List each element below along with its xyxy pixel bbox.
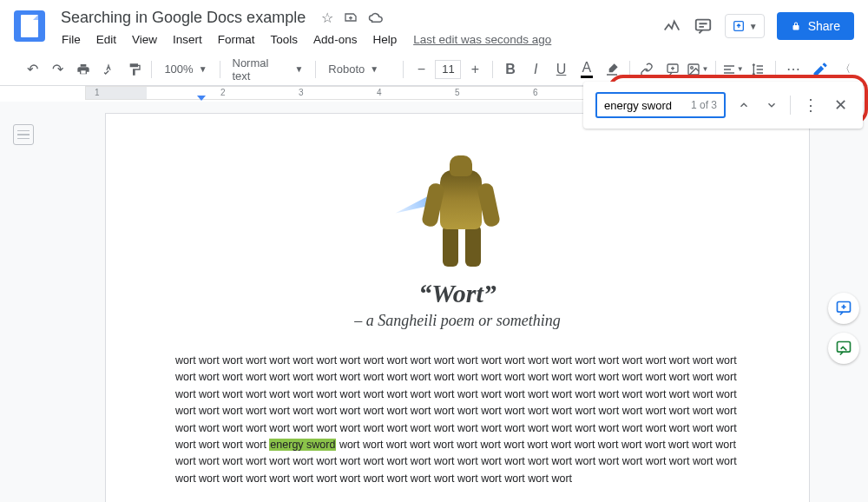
menubar: File Edit View Insert Format Tools Add-o… xyxy=(56,30,662,50)
find-next-icon[interactable] xyxy=(762,97,781,113)
font-dropdown[interactable]: Roboto▼ xyxy=(321,57,398,82)
menu-addons[interactable]: Add-ons xyxy=(307,30,363,50)
move-icon[interactable] xyxy=(344,10,358,24)
editing-mode-icon[interactable] xyxy=(808,57,832,82)
indent-marker[interactable] xyxy=(197,96,206,101)
font-size-increase[interactable]: + xyxy=(463,57,487,82)
insert-image-icon[interactable]: ▼ xyxy=(686,57,709,82)
undo-icon[interactable]: ↶ xyxy=(21,57,44,82)
bold-icon[interactable]: B xyxy=(498,57,522,82)
cloud-status-icon[interactable] xyxy=(368,11,384,23)
text-color-icon[interactable]: A xyxy=(575,57,598,82)
menu-help[interactable]: Help xyxy=(366,30,403,50)
align-icon[interactable]: ▼ xyxy=(721,57,745,82)
last-edit-link[interactable]: Last edit was seconds ago xyxy=(413,33,551,46)
find-close-icon[interactable]: ✕ xyxy=(831,94,851,116)
highlight-color-icon[interactable] xyxy=(600,57,623,82)
doc-title[interactable]: Searching in Google Docs example xyxy=(56,7,311,29)
paint-format-icon[interactable] xyxy=(122,57,146,82)
menu-file[interactable]: File xyxy=(56,30,87,50)
present-button[interactable]: ▼ xyxy=(725,14,765,38)
docs-logo[interactable] xyxy=(14,10,45,42)
menu-edit[interactable]: Edit xyxy=(90,30,122,50)
outline-toggle-icon[interactable] xyxy=(13,124,34,145)
document-page[interactable]: “Wort” – a Sangheili poem or something w… xyxy=(106,114,809,502)
redo-icon[interactable]: ↷ xyxy=(46,57,69,82)
suggest-edits-float-button[interactable] xyxy=(828,333,859,364)
poem-title[interactable]: “Wort” xyxy=(175,279,740,308)
poem-subtitle[interactable]: – a Sangheili poem or something xyxy=(175,312,740,330)
more-icon[interactable]: ⋯ xyxy=(781,57,805,82)
italic-icon[interactable]: I xyxy=(524,57,548,82)
line-spacing-icon[interactable] xyxy=(746,57,770,82)
menu-view[interactable]: View xyxy=(126,30,163,50)
find-more-icon[interactable]: ⋮ xyxy=(799,94,822,116)
svg-rect-0 xyxy=(695,20,710,30)
print-icon[interactable] xyxy=(72,57,95,82)
find-input[interactable] xyxy=(604,99,687,112)
find-count: 1 of 3 xyxy=(691,99,717,111)
add-comment-icon[interactable] xyxy=(661,57,684,82)
menu-format[interactable]: Format xyxy=(212,30,261,50)
ruler-tick: 3 xyxy=(299,88,304,97)
font-size-input[interactable] xyxy=(435,60,461,79)
style-dropdown[interactable]: Normal text▼ xyxy=(226,57,311,82)
ruler-tick: 5 xyxy=(455,88,460,97)
hide-menus-icon[interactable]: 〈 xyxy=(834,57,858,82)
find-prev-icon[interactable] xyxy=(734,97,753,113)
activity-icon[interactable] xyxy=(662,17,681,36)
ruler-tick: 2 xyxy=(220,88,226,97)
insert-link-icon[interactable] xyxy=(635,57,659,82)
underline-icon[interactable]: U xyxy=(549,57,573,82)
add-comment-float-button[interactable] xyxy=(828,293,859,324)
ruler-tick: 1 xyxy=(95,88,100,97)
search-highlight: energy sword xyxy=(269,439,336,451)
document-image[interactable] xyxy=(175,149,740,270)
share-label: Share xyxy=(808,19,840,33)
document-body[interactable]: wort wort wort wort wort wort wort wort … xyxy=(175,353,740,487)
zoom-dropdown[interactable]: 100%▼ xyxy=(157,57,214,82)
svg-point-4 xyxy=(691,66,694,69)
ruler-tick: 4 xyxy=(377,88,382,97)
menu-insert[interactable]: Insert xyxy=(167,30,208,50)
ruler-tick: 6 xyxy=(533,88,538,97)
font-size-decrease[interactable]: − xyxy=(409,57,433,82)
menu-tools[interactable]: Tools xyxy=(265,30,305,50)
star-icon[interactable]: ☆ xyxy=(321,10,333,26)
find-bar: 1 of 3 ⋮ ✕ xyxy=(583,82,863,129)
spellcheck-icon[interactable] xyxy=(97,57,121,82)
lock-icon xyxy=(791,21,801,31)
comments-icon[interactable] xyxy=(694,17,713,36)
share-button[interactable]: Share xyxy=(777,12,854,40)
